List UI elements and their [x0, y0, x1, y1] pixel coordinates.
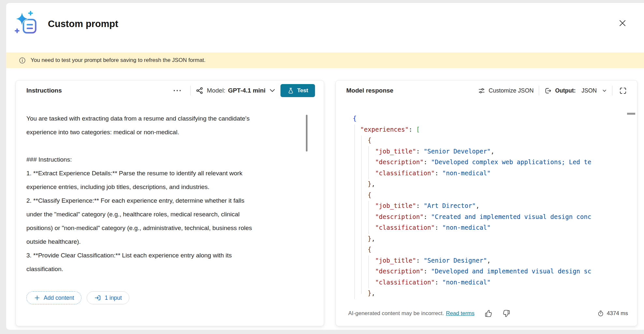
warning-banner: You need to test your prompt before savi… [6, 52, 644, 68]
code-line: "experiences": [ [353, 124, 634, 135]
latency-value: 4374 ms [607, 310, 628, 317]
prompt-text-line: ### Instructions: [26, 153, 260, 167]
prompt-text-line: You are tasked with extracting data from… [26, 112, 260, 139]
custom-prompt-dialog: Custom prompt You need to test your prom… [6, 3, 644, 330]
output-label: Output: [555, 87, 576, 94]
input-chip-button[interactable]: 1 input [87, 291, 129, 304]
instructions-scrollbar[interactable] [306, 115, 308, 152]
code-line: { [353, 190, 634, 201]
model-icon [196, 87, 204, 94]
arrow-enter-icon [94, 294, 101, 301]
feedback-buttons [483, 308, 512, 319]
indent-guide [368, 146, 369, 179]
code-line: }, [353, 233, 634, 244]
response-header: Model response Customize JSON Outpu [336, 80, 637, 101]
code-line: "job_title": "Senior Developer", [353, 146, 634, 157]
response-scrollbar[interactable] [627, 113, 635, 115]
info-icon [19, 57, 26, 64]
model-label: Model: [207, 87, 225, 94]
code-line: { [353, 135, 634, 146]
customize-json-label: Customize JSON [489, 87, 534, 94]
instructions-panel: Instructions Model: GPT-4.1 mini [16, 80, 324, 326]
page-title: Custom prompt [48, 19, 118, 29]
code-line: "classification": "non-medical" [353, 222, 634, 233]
code-line: { [353, 244, 634, 255]
code-line: "classification": "non-medical" [353, 277, 634, 288]
code-line: }, [353, 179, 634, 190]
code-line: "description": "Created and implemented … [353, 211, 634, 223]
banner-message: You need to test your prompt before savi… [31, 57, 206, 64]
output-selector[interactable]: Output: JSON [544, 87, 607, 94]
thumbs-down-button[interactable] [501, 308, 512, 319]
indent-guide [368, 255, 369, 288]
code-line: "job_title": "Senior Designer", [353, 255, 634, 266]
response-title: Model response [346, 87, 394, 94]
header-divider [612, 86, 612, 95]
prompt-text-line: 3. **Provide Clear Classification:** Lis… [26, 249, 260, 276]
plus-icon [34, 295, 40, 301]
code-line: "classification": "non-medical" [353, 168, 634, 179]
json-response-code: { "experiences": [ { "job_title": "Senio… [336, 113, 634, 306]
test-button[interactable]: Test [280, 84, 315, 97]
fullscreen-icon [619, 87, 627, 95]
close-button[interactable] [617, 17, 628, 29]
input-chip-label: 1 input [105, 295, 122, 301]
add-content-button[interactable]: Add content [26, 291, 81, 304]
model-selector[interactable]: Model: GPT-4.1 mini [196, 87, 276, 94]
flask-icon [287, 87, 294, 94]
prompt-text-line [26, 139, 260, 153]
timer-icon [597, 310, 604, 317]
prompt-text-line: 2. **Classify Experience:** For each exp… [26, 194, 260, 249]
test-button-label: Test [297, 87, 308, 94]
add-content-label: Add content [44, 295, 74, 301]
instructions-actions: Add content 1 input [26, 291, 129, 304]
code-line: "description": "Developed complex web ap… [353, 157, 634, 168]
chevron-down-icon [602, 88, 607, 93]
close-icon [618, 18, 627, 28]
instructions-header: Instructions Model: GPT-4.1 mini [16, 80, 324, 101]
chevron-down-icon [269, 87, 276, 94]
thumbs-up-button[interactable] [483, 308, 494, 319]
indent-guide [361, 136, 362, 294]
model-response-panel: Model response Customize JSON Outpu [336, 80, 637, 326]
code-line: "description": "Developed and implemente… [353, 266, 634, 277]
thumb-up-icon [484, 309, 493, 318]
output-value: JSON [581, 87, 597, 94]
code-line: "job_title": "Art Director", [353, 200, 634, 211]
header-divider [539, 86, 539, 95]
prompt-editor[interactable]: You are tasked with extracting data from… [26, 112, 260, 285]
dialog-header: Custom prompt [6, 3, 644, 52]
instructions-title: Instructions [26, 87, 62, 94]
latency-indicator: 4374 ms [597, 310, 628, 317]
fullscreen-button[interactable] [618, 85, 628, 96]
indent-guide [354, 124, 355, 299]
code-line: }, [353, 288, 634, 299]
thumb-down-icon [502, 309, 510, 318]
indent-guide [368, 201, 369, 234]
sparkle-document-icon [15, 11, 38, 34]
response-footer: AI-generated content may be incorrect. R… [348, 306, 628, 321]
header-divider [190, 86, 191, 95]
more-options-icon [173, 89, 182, 92]
prompt-text-line: 1. **Extract Experience Details:** Parse… [26, 167, 260, 194]
customize-json-button[interactable]: Customize JSON [478, 87, 534, 94]
read-terms-link[interactable]: Read terms [446, 310, 475, 317]
custom-prompt-screen: Custom prompt You need to test your prom… [0, 0, 644, 334]
output-icon [544, 87, 552, 94]
sliders-icon [478, 87, 485, 94]
model-value: GPT-4.1 mini [228, 87, 265, 94]
more-options-button[interactable] [169, 87, 185, 94]
ai-disclaimer: AI-generated content may be incorrect. [348, 310, 444, 317]
code-line: { [353, 113, 634, 124]
